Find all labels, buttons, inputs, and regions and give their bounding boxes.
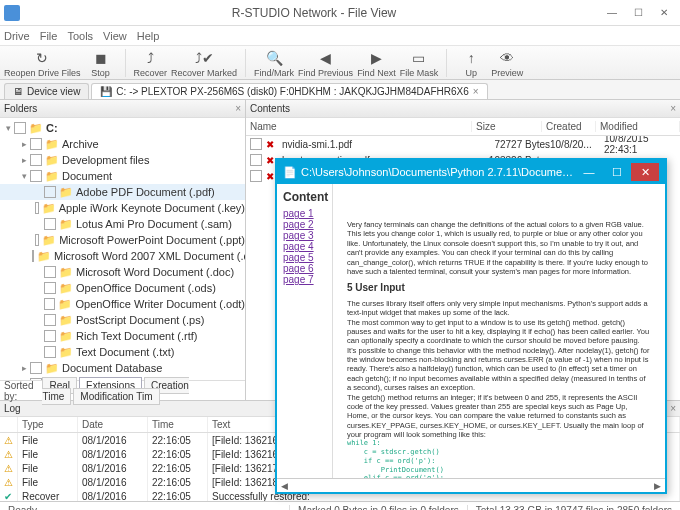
log-col-type[interactable]: Type xyxy=(18,417,78,432)
tool-icon: ◀ xyxy=(316,48,336,68)
window-titlebar: R-STUDIO Network - File View — ☐ ✕ xyxy=(0,0,680,26)
tool-label: Find Next xyxy=(357,68,396,78)
menu-bar: Drive File Tools View Help xyxy=(0,26,680,46)
folder-tree[interactable]: ▾📁C:▸📁Archive▸📁Development files▾📁Docume… xyxy=(0,118,245,380)
toc-link[interactable]: page 6 xyxy=(283,263,326,274)
toc-heading: Content xyxy=(283,190,326,204)
folders-close-icon[interactable]: × xyxy=(235,103,241,114)
file-row[interactable]: ✖nvidia-smi.1.pdf72727 Bytes10/8/20...10… xyxy=(246,136,680,152)
preview-document[interactable]: Very fancy terminals can change the defi… xyxy=(333,184,665,478)
tool-find-previous[interactable]: ◀Find Previous xyxy=(298,48,353,78)
tool-label: Up xyxy=(465,68,477,78)
menu-tools[interactable]: Tools xyxy=(67,30,93,42)
window-controls: — ☐ ✕ xyxy=(600,4,676,22)
tool-stop[interactable]: ◼Stop xyxy=(85,48,117,78)
tree-item[interactable]: 📁Rich Text Document (.rtf) xyxy=(0,328,245,344)
tool-label: Recover Marked xyxy=(171,68,237,78)
tree-item[interactable]: 📁Lotus Ami Pro Document (.sam) xyxy=(0,216,245,232)
drive-icon: 💾 xyxy=(100,86,112,97)
tool-find-mark[interactable]: 🔍Find/Mark xyxy=(254,48,294,78)
tool-icon: ↻ xyxy=(32,48,52,68)
tab-device-view-label: Device view xyxy=(27,86,80,97)
tree-item[interactable]: 📁Text Document (.txt) xyxy=(0,344,245,360)
tool-reopen-drive-files[interactable]: ↻Reopen Drive Files xyxy=(4,48,81,78)
tool-label: Preview xyxy=(491,68,523,78)
tool-icon: ▶ xyxy=(366,48,386,68)
doc-para: The most common way to get input to a wi… xyxy=(347,318,651,346)
tab-drive-label: C: -> PLEXTOR PX-256M6S (disk0) F:0HDKHM… xyxy=(116,86,468,97)
tool-up[interactable]: ↑Up xyxy=(455,48,487,78)
log-title: Log xyxy=(4,403,21,414)
tool-label: File Mask xyxy=(400,68,439,78)
toc-link[interactable]: page 1 xyxy=(283,208,326,219)
tool-recover[interactable]: ⤴Recover xyxy=(134,48,168,78)
preview-maximize-button[interactable]: ☐ xyxy=(603,163,631,181)
tree-item[interactable]: ▸📁Document Database xyxy=(0,360,245,376)
toc-link[interactable]: page 5 xyxy=(283,252,326,263)
menu-help[interactable]: Help xyxy=(137,30,160,42)
tab-drive[interactable]: 💾 C: -> PLEXTOR PX-256M6S (disk0) F:0HDK… xyxy=(91,83,487,99)
tree-item[interactable]: 📁Apple iWork Keynote Document (.key) xyxy=(0,200,245,216)
toc-link[interactable]: page 7 xyxy=(283,274,326,285)
tool-label: Find/Mark xyxy=(254,68,294,78)
tree-item[interactable]: ▾📁Document xyxy=(0,168,245,184)
tree-item[interactable]: 📁OpenOffice Document (.ods) xyxy=(0,280,245,296)
log-col-time[interactable]: Time xyxy=(148,417,208,432)
tab-device-view[interactable]: 🖥 Device view xyxy=(4,83,89,99)
menu-file[interactable]: File xyxy=(40,30,58,42)
tool-icon: ⤴ xyxy=(140,48,160,68)
col-created[interactable]: Created xyxy=(542,121,596,132)
tree-item[interactable]: 📁Microsoft PowerPoint Document (.ppt) xyxy=(0,232,245,248)
tool-icon: 🔍 xyxy=(264,48,284,68)
tool-icon: ◼ xyxy=(91,48,111,68)
preview-close-button[interactable]: ✕ xyxy=(631,163,659,181)
minimize-button[interactable]: — xyxy=(600,4,624,22)
scroll-right-icon[interactable]: ▶ xyxy=(654,481,661,491)
tree-item[interactable]: 📁PostScript Document (.ps) xyxy=(0,312,245,328)
preview-toc: Content page 1page 2page 3page 4page 5pa… xyxy=(277,184,333,478)
tree-root[interactable]: ▾📁C: xyxy=(0,120,245,136)
tree-item[interactable]: 📁OpenOffice Writer Document (.odt) xyxy=(0,296,245,312)
tree-item[interactable]: 📁Adobe PDF Document (.pdf) xyxy=(0,184,245,200)
tab-close-icon[interactable]: × xyxy=(473,86,479,97)
menu-view[interactable]: View xyxy=(103,30,127,42)
col-modified[interactable]: Modified xyxy=(596,121,680,132)
scroll-left-icon[interactable]: ◀ xyxy=(281,481,288,491)
preview-scrollbar[interactable]: ◀ ▶ xyxy=(277,478,665,492)
col-name[interactable]: Name xyxy=(246,121,472,132)
close-button[interactable]: ✕ xyxy=(652,4,676,22)
tree-item[interactable]: 📁Microsoft Word 2007 XML Document (.d xyxy=(0,248,245,264)
menu-drive[interactable]: Drive xyxy=(4,30,30,42)
tool-label: Reopen Drive Files xyxy=(4,68,81,78)
contents-header: Contents × xyxy=(246,100,680,118)
sort-modification-tim[interactable]: Modification Tim xyxy=(73,388,159,405)
doc-heading: 5 User Input xyxy=(347,282,651,295)
toc-link[interactable]: page 3 xyxy=(283,230,326,241)
tree-item[interactable]: ▸📁Development files xyxy=(0,152,245,168)
tool-find-next[interactable]: ▶Find Next xyxy=(357,48,396,78)
contents-close-icon[interactable]: × xyxy=(670,103,676,114)
tool-preview[interactable]: 👁Preview xyxy=(491,48,523,78)
document-icon: 📄 xyxy=(283,166,297,179)
tool-recover-marked[interactable]: ⤴✔Recover Marked xyxy=(171,48,237,78)
doc-para: The curses library itself offers only ve… xyxy=(347,299,651,318)
contents-columns: Name Size Created Modified xyxy=(246,118,680,136)
tree-item[interactable]: ▸📁Archive xyxy=(0,136,245,152)
status-bar: Ready Marked 0 Bytes in 0 files in 0 fol… xyxy=(0,501,680,510)
tree-item[interactable]: 📁Microsoft Word Document (.doc) xyxy=(0,264,245,280)
view-tabs: 🖥 Device view 💾 C: -> PLEXTOR PX-256M6S … xyxy=(0,80,680,100)
toc-link[interactable]: page 4 xyxy=(283,241,326,252)
log-close-icon[interactable]: × xyxy=(670,403,676,414)
tool-file-mask[interactable]: ▭File Mask xyxy=(400,48,439,78)
folders-pane: Folders × ▾📁C:▸📁Archive▸📁Development fil… xyxy=(0,100,246,400)
monitor-icon: 🖥 xyxy=(13,86,23,97)
preview-titlebar[interactable]: 📄 C:\Users\Johnson\Documents\Python 2.7.… xyxy=(277,160,665,184)
log-col-date[interactable]: Date xyxy=(78,417,148,432)
tool-icon: 👁 xyxy=(497,48,517,68)
sort-bar: Sorted by: RealExtensionsCreation TimeMo… xyxy=(0,380,245,400)
maximize-button[interactable]: ☐ xyxy=(626,4,650,22)
toc-link[interactable]: page 2 xyxy=(283,219,326,230)
doc-code: while 1: c = stdscr.getch() if c == ord(… xyxy=(347,439,651,478)
preview-minimize-button[interactable]: — xyxy=(575,163,603,181)
col-size[interactable]: Size xyxy=(472,121,542,132)
